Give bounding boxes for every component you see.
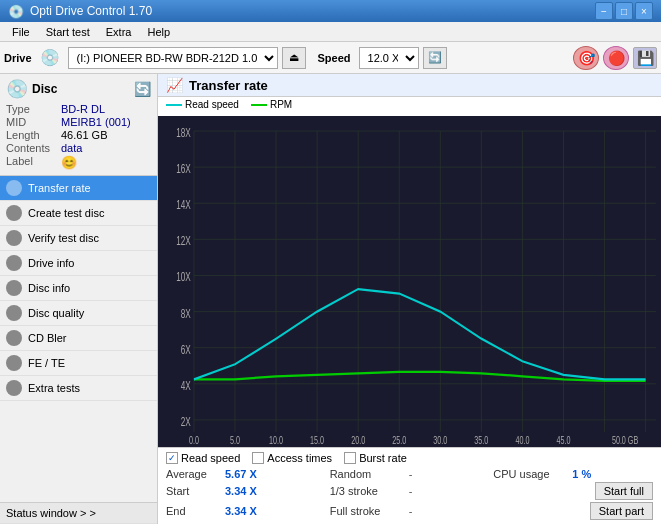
contents-value: data: [61, 142, 82, 154]
end-row: End 3.34 X: [166, 502, 326, 520]
verify-test-disc-label: Verify test disc: [28, 232, 99, 244]
settings-button2[interactable]: 🔴: [603, 46, 629, 70]
disc-info-icon: [6, 280, 22, 296]
start-full-button[interactable]: Start full: [595, 482, 653, 500]
random-label: Random: [330, 468, 405, 480]
transfer-rate-icon: [6, 180, 22, 196]
svg-text:35.0: 35.0: [474, 435, 488, 447]
length-label: Length: [6, 129, 61, 141]
start-part-button[interactable]: Start part: [590, 502, 653, 520]
cd-bler-label: CD Bler: [28, 332, 67, 344]
drive-info-icon: [6, 255, 22, 271]
sidebar-item-cd-bler[interactable]: CD Bler: [0, 326, 157, 351]
access-times-checkbox-label: Access times: [267, 452, 332, 464]
settings-button1[interactable]: 🎯: [573, 46, 599, 70]
sidebar-item-disc-quality[interactable]: Disc quality: [0, 301, 157, 326]
length-value: 46.61 GB: [61, 129, 107, 141]
fe-te-label: FE / TE: [28, 357, 65, 369]
burst-rate-checkbox-item: Burst rate: [344, 452, 407, 464]
onethird-stroke-row: 1/3 stroke -: [330, 482, 490, 500]
status-window-button[interactable]: Status window > >: [0, 503, 157, 524]
rpm-legend-label: RPM: [270, 99, 292, 110]
average-row: Average 5.67 X: [166, 468, 326, 480]
disc-title: Disc: [32, 82, 57, 96]
rpm-color: [251, 104, 267, 106]
svg-text:0.0: 0.0: [189, 435, 199, 447]
speed-select[interactable]: 12.0 X: [359, 47, 419, 69]
chart-svg: 18X 16X 14X 12X 10X 8X 6X 4X 2X 0.0 5.0 …: [158, 116, 661, 447]
sidebar-item-transfer-rate[interactable]: Transfer rate: [0, 176, 157, 201]
drive-icon: 💿: [40, 48, 60, 67]
svg-text:10.0: 10.0: [269, 435, 283, 447]
read-speed-checkbox-label: Read speed: [181, 452, 240, 464]
start-row: Start 3.34 X: [166, 482, 326, 500]
start-value: 3.34 X: [225, 485, 265, 497]
svg-text:18X: 18X: [176, 127, 191, 140]
access-times-checkbox[interactable]: [252, 452, 264, 464]
chart-header: 📈 Transfer rate: [158, 74, 661, 97]
checkboxes-row: Read speed Access times Burst rate: [166, 452, 653, 464]
disc-quality-icon: [6, 305, 22, 321]
maximize-button[interactable]: □: [615, 2, 633, 20]
sidebar-item-extra-tests[interactable]: Extra tests: [0, 376, 157, 401]
refresh-button[interactable]: 🔄: [423, 47, 447, 69]
svg-text:5.0: 5.0: [230, 435, 240, 447]
disc-panel: 💿 Disc 🔄 Type BD-R DL MID MEIRB1 (001) L…: [0, 74, 157, 176]
close-button[interactable]: ×: [635, 2, 653, 20]
titlebar: 💿 Opti Drive Control 1.70 − □ ×: [0, 0, 661, 22]
eject-button[interactable]: ⏏: [282, 47, 306, 69]
read-speed-checkbox[interactable]: [166, 452, 178, 464]
sidebar-item-disc-info[interactable]: Disc info: [0, 276, 157, 301]
svg-text:6X: 6X: [181, 343, 191, 356]
sidebar-item-fe-te[interactable]: FE / TE: [0, 351, 157, 376]
cpu-row: CPU usage 1 %: [493, 468, 653, 480]
read-speed-color: [166, 104, 182, 106]
full-stroke-label: Full stroke: [330, 505, 405, 517]
full-stroke-value: -: [409, 505, 429, 517]
disc-info-label: Disc info: [28, 282, 70, 294]
average-label: Average: [166, 468, 221, 480]
onethird-stroke-label: 1/3 stroke: [330, 485, 405, 497]
create-test-disc-icon: [6, 205, 22, 221]
cd-bler-icon: [6, 330, 22, 346]
label-label: Label: [6, 155, 61, 170]
fe-te-icon: [6, 355, 22, 371]
end-label: End: [166, 505, 221, 517]
save-button[interactable]: 💾: [633, 47, 657, 69]
full-stroke-row: Full stroke -: [330, 502, 490, 520]
menubar: File Start test Extra Help: [0, 22, 661, 42]
content-area: 📈 Transfer rate Read speed RPM: [158, 74, 661, 524]
mid-value: MEIRB1 (001): [61, 116, 131, 128]
svg-text:50.0 GB: 50.0 GB: [612, 435, 638, 447]
main-area: 💿 Disc 🔄 Type BD-R DL MID MEIRB1 (001) L…: [0, 74, 661, 524]
chart-legend: Read speed RPM: [158, 97, 661, 112]
legend-read-speed: Read speed: [166, 99, 239, 110]
drive-select[interactable]: (I:) PIONEER BD-RW BDR-212D 1.01: [68, 47, 278, 69]
app-icon: 💿: [8, 4, 24, 19]
menu-help[interactable]: Help: [139, 24, 178, 40]
svg-rect-0: [158, 116, 661, 447]
minimize-button[interactable]: −: [595, 2, 613, 20]
average-value: 5.67 X: [225, 468, 265, 480]
nav-list: Transfer rate Create test disc Verify te…: [0, 176, 157, 401]
burst-rate-checkbox[interactable]: [344, 452, 356, 464]
stats-grid: Average 5.67 X Random - CPU usage 1 % St…: [166, 468, 653, 520]
sidebar-item-create-test-disc[interactable]: Create test disc: [0, 201, 157, 226]
sidebar-item-verify-test-disc[interactable]: Verify test disc: [0, 226, 157, 251]
svg-text:40.0: 40.0: [515, 435, 529, 447]
svg-text:14X: 14X: [176, 199, 191, 212]
disc-refresh-icon[interactable]: 🔄: [134, 81, 151, 97]
sidebar-item-drive-info[interactable]: Drive info: [0, 251, 157, 276]
onethird-stroke-value: -: [409, 485, 429, 497]
svg-text:25.0: 25.0: [392, 435, 406, 447]
menu-extra[interactable]: Extra: [98, 24, 140, 40]
toolbar: Drive 💿 (I:) PIONEER BD-RW BDR-212D 1.01…: [0, 42, 661, 74]
menu-start-test[interactable]: Start test: [38, 24, 98, 40]
legend-rpm: RPM: [251, 99, 292, 110]
transfer-rate-label: Transfer rate: [28, 182, 91, 194]
random-value: -: [409, 468, 429, 480]
bottom-info: Read speed Access times Burst rate Avera…: [158, 447, 661, 524]
sidebar: 💿 Disc 🔄 Type BD-R DL MID MEIRB1 (001) L…: [0, 74, 158, 524]
create-test-disc-label: Create test disc: [28, 207, 104, 219]
menu-file[interactable]: File: [4, 24, 38, 40]
